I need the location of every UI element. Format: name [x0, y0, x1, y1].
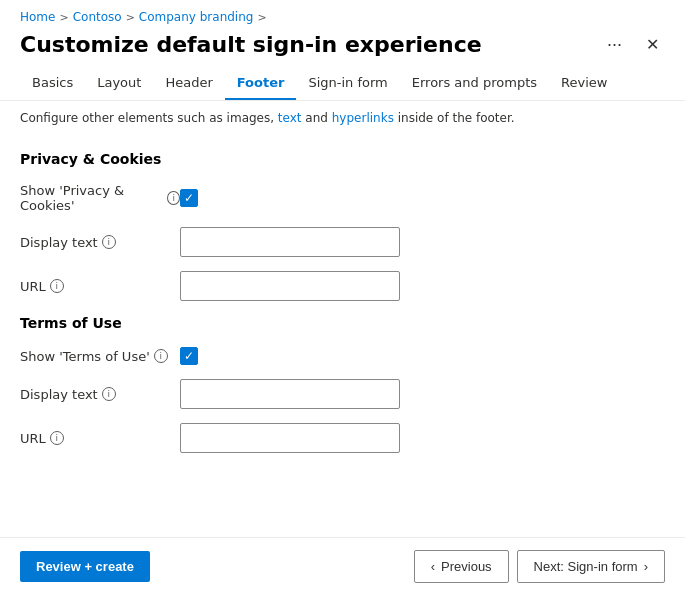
show-terms-row: Show 'Terms of Use' i ✓: [20, 347, 665, 365]
next-button[interactable]: Next: Sign-in form ›: [517, 550, 665, 583]
terms-url-info-icon[interactable]: i: [50, 431, 64, 445]
privacy-display-text-row: Display text i: [20, 227, 665, 257]
panel-footer: Review + create ‹ Previous Next: Sign-in…: [0, 537, 685, 595]
checkmark-icon: ✓: [184, 192, 194, 204]
info-link-hyperlinks[interactable]: hyperlinks: [332, 111, 394, 125]
show-privacy-row: Show 'Privacy & Cookies' i ✓: [20, 183, 665, 213]
tab-layout[interactable]: Layout: [85, 67, 153, 100]
tab-signin-form[interactable]: Sign-in form: [296, 67, 399, 100]
terms-display-text-input[interactable]: [180, 379, 400, 409]
terms-display-text-info-icon[interactable]: i: [102, 387, 116, 401]
tab-footer[interactable]: Footer: [225, 67, 297, 100]
review-create-button[interactable]: Review + create: [20, 551, 150, 582]
info-bar: Configure other elements such as images,…: [0, 101, 685, 135]
show-privacy-checkbox[interactable]: ✓: [180, 189, 198, 207]
panel: Home > Contoso > Company branding > Cust…: [0, 0, 685, 595]
info-text-before: Configure other elements such as images,: [20, 111, 278, 125]
tab-header[interactable]: Header: [153, 67, 224, 100]
terms-display-text-label: Display text i: [20, 387, 180, 402]
breadcrumb-company-branding[interactable]: Company branding: [139, 10, 254, 24]
tab-errors-prompts[interactable]: Errors and prompts: [400, 67, 549, 100]
terms-checkmark-icon: ✓: [184, 350, 194, 362]
previous-label: Previous: [441, 559, 492, 574]
privacy-url-row: URL i: [20, 271, 665, 301]
privacy-url-input[interactable]: [180, 271, 400, 301]
terms-url-input[interactable]: [180, 423, 400, 453]
show-privacy-info-icon[interactable]: i: [167, 191, 180, 205]
terms-url-row: URL i: [20, 423, 665, 453]
header-actions: ··· ✕: [601, 32, 665, 57]
content-area: Privacy & Cookies Show 'Privacy & Cookie…: [0, 135, 685, 537]
page-title: Customize default sign-in experience: [20, 32, 601, 57]
info-text-middle: and: [302, 111, 332, 125]
ellipsis-button[interactable]: ···: [601, 32, 628, 57]
close-button[interactable]: ✕: [640, 33, 665, 56]
privacy-url-info-icon[interactable]: i: [50, 279, 64, 293]
next-arrow-icon: ›: [644, 559, 648, 574]
breadcrumb-sep-3: >: [257, 11, 266, 24]
tab-basics[interactable]: Basics: [20, 67, 85, 100]
previous-arrow-icon: ‹: [431, 559, 435, 574]
terms-url-label: URL i: [20, 431, 180, 446]
show-terms-label: Show 'Terms of Use' i: [20, 349, 180, 364]
breadcrumb-sep-1: >: [59, 11, 68, 24]
breadcrumb-sep-2: >: [126, 11, 135, 24]
footer-nav: ‹ Previous Next: Sign-in form ›: [414, 550, 665, 583]
terms-display-text-row: Display text i: [20, 379, 665, 409]
show-terms-checkbox[interactable]: ✓: [180, 347, 198, 365]
info-text-after: inside of the footer.: [394, 111, 515, 125]
privacy-display-text-input[interactable]: [180, 227, 400, 257]
privacy-display-text-info-icon[interactable]: i: [102, 235, 116, 249]
show-terms-info-icon[interactable]: i: [154, 349, 168, 363]
privacy-url-label: URL i: [20, 279, 180, 294]
previous-button[interactable]: ‹ Previous: [414, 550, 509, 583]
privacy-cookies-title: Privacy & Cookies: [20, 151, 665, 167]
panel-header: Customize default sign-in experience ···…: [0, 28, 685, 67]
breadcrumb: Home > Contoso > Company branding >: [0, 0, 685, 28]
show-privacy-label: Show 'Privacy & Cookies' i: [20, 183, 180, 213]
tab-bar: Basics Layout Header Footer Sign-in form…: [0, 67, 685, 101]
terms-of-use-title: Terms of Use: [20, 315, 665, 331]
breadcrumb-contoso[interactable]: Contoso: [73, 10, 122, 24]
next-label: Next: Sign-in form: [534, 559, 638, 574]
breadcrumb-home[interactable]: Home: [20, 10, 55, 24]
tab-review[interactable]: Review: [549, 67, 619, 100]
privacy-display-text-label: Display text i: [20, 235, 180, 250]
info-link-text[interactable]: text: [278, 111, 302, 125]
